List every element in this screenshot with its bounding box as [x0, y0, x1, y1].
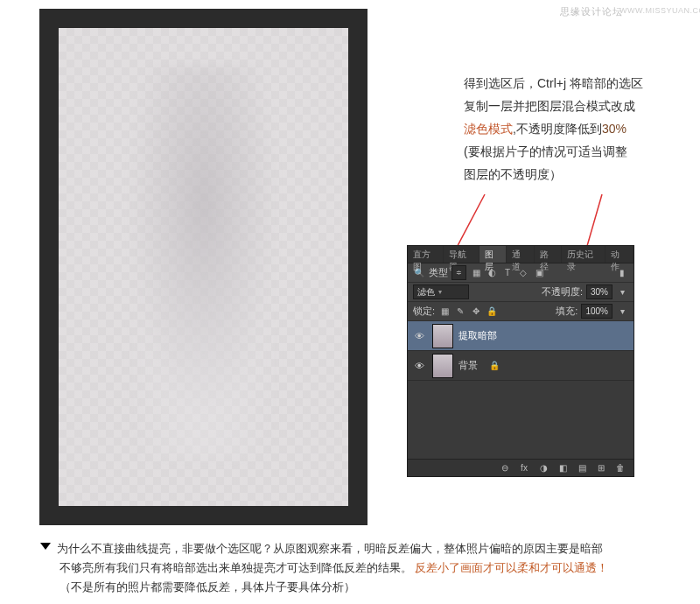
instruction-line: (要根据片子的情况可适当调整 — [464, 140, 682, 163]
canvas-frame — [39, 9, 368, 525]
filter-type-combo[interactable]: ≑ — [452, 265, 466, 280]
blend-opacity-row: 滤色▾ 不透明度: 30% ▾ — [408, 283, 634, 302]
new-layer-icon[interactable]: ⊞ — [595, 462, 607, 474]
layer-row[interactable]: 👁 提取暗部 — [408, 321, 634, 351]
filter-smart-icon[interactable]: ▣ — [533, 267, 545, 279]
blend-mode-combo[interactable]: 滤色▾ — [413, 284, 469, 299]
tab-actions[interactable]: 动作 — [606, 246, 634, 263]
lock-indicator-icon: 🔒 — [488, 360, 500, 372]
layer-name: 提取暗部 — [458, 329, 497, 342]
watermark-url: WWW.MISSYUAN.COM — [620, 6, 700, 15]
canvas-transparency-preview — [59, 28, 348, 506]
filter-adjust-icon[interactable]: ◐ — [486, 267, 498, 279]
layer-row[interactable]: 👁 背景 🔒 — [408, 351, 634, 381]
lock-transparency-icon[interactable]: ▦ — [438, 306, 451, 318]
instruction-line: 得到选区后，Ctrl+j 将暗部的选区 — [464, 72, 682, 95]
instruction-text: 得到选区后，Ctrl+j 将暗部的选区 复制一层并把图层混合模式改成 滤色模式,… — [464, 72, 682, 186]
layer-thumbnail[interactable] — [432, 324, 453, 348]
mask-icon[interactable]: ◑ — [537, 462, 550, 474]
opacity-flyout-icon[interactable]: ▾ — [616, 286, 628, 298]
filter-pixel-icon[interactable]: ▦ — [470, 267, 482, 279]
opacity-highlight: 30% — [602, 122, 626, 136]
lock-fill-row: 锁定: ▦ ✎ ✥ 🔒 填充: 100% ▾ — [408, 302, 634, 321]
tab-history[interactable]: 历史记录 — [562, 246, 606, 263]
instruction-line: 复制一层并把图层混合模式改成 — [464, 95, 682, 117]
tab-histogram[interactable]: 直方图 — [408, 246, 444, 263]
visibility-eye-icon[interactable]: 👁 — [411, 331, 427, 341]
instruction-line: 滤色模式,不透明度降低到30% — [464, 117, 682, 140]
fill-flyout-icon[interactable]: ▾ — [616, 306, 628, 318]
visibility-eye-icon[interactable]: 👁 — [411, 361, 427, 371]
panel-tabs: 直方图 导航器 图层 通道 路径 历史记录 动作 — [408, 246, 634, 263]
lock-all-icon[interactable]: 🔒 — [486, 306, 498, 318]
tab-channels[interactable]: 通道 — [507, 246, 535, 263]
filter-toggle-icon[interactable]: ▮ — [616, 267, 628, 279]
footnote-line: 为什么不直接曲线提亮，非要做个选区呢？从原图观察来看，明暗反差偏大，整体照片偏暗… — [42, 539, 654, 558]
footnote-line: 不够亮所有我们只有将暗部选出来单独提亮才可达到降低反差的结果。 反差小了画面才可… — [42, 558, 654, 578]
tab-paths[interactable]: 路径 — [535, 246, 563, 263]
fx-icon[interactable]: fx — [518, 462, 530, 474]
fill-input[interactable]: 100% — [581, 304, 612, 319]
instruction-line: 图层的不透明度） — [464, 163, 682, 186]
group-icon[interactable]: ▤ — [576, 462, 588, 474]
triangle-bullet-icon — [40, 543, 51, 550]
tab-layers[interactable]: 图层 — [480, 246, 508, 263]
filter-row: 🔍 类型 ≑ ▦ ◐ T ◇ ▣ ▮ — [408, 263, 634, 283]
filter-type-t-icon[interactable]: T — [501, 267, 514, 279]
panel-footer: ⊖ fx ◑ ◧ ▤ ⊞ 🗑 — [408, 459, 634, 476]
search-icon[interactable]: 🔍 — [413, 267, 425, 279]
layers-panel: 直方图 导航器 图层 通道 路径 历史记录 动作 🔍 类型 ≑ ▦ ◐ T ◇ … — [407, 245, 634, 477]
lock-paint-icon[interactable]: ✎ — [454, 306, 466, 318]
footnote-highlight: 反差小了画面才可以柔和才可以通透！ — [415, 562, 608, 574]
layer-thumbnail[interactable] — [432, 354, 453, 378]
fill-label: 填充: — [556, 305, 578, 318]
footnote-line: （不是所有的照片都需要降低反差，具体片子要具体分析） — [42, 578, 654, 597]
delete-layer-icon[interactable]: 🗑 — [614, 462, 626, 474]
tab-navigator[interactable]: 导航器 — [444, 246, 480, 263]
lock-label: 锁定: — [413, 305, 435, 318]
layer-list: 👁 提取暗部 👁 背景 🔒 — [408, 321, 634, 381]
layer-name: 背景 — [458, 359, 478, 372]
adjustment-icon[interactable]: ◧ — [556, 462, 569, 474]
filter-label: 类型 — [429, 266, 448, 279]
blend-mode-highlight: 滤色模式 — [464, 122, 513, 136]
link-layers-icon[interactable]: ⊖ — [499, 462, 511, 474]
watermark-text: 思缘设计论坛 — [560, 5, 623, 18]
opacity-input[interactable]: 30% — [586, 284, 612, 299]
opacity-label: 不透明度: — [542, 285, 583, 298]
lock-position-icon[interactable]: ✥ — [470, 306, 482, 318]
filter-shape-icon[interactable]: ◇ — [517, 267, 529, 279]
footnote-block: 为什么不直接曲线提亮，非要做个选区呢？从原图观察来看，明暗反差偏大，整体照片偏暗… — [42, 539, 654, 597]
